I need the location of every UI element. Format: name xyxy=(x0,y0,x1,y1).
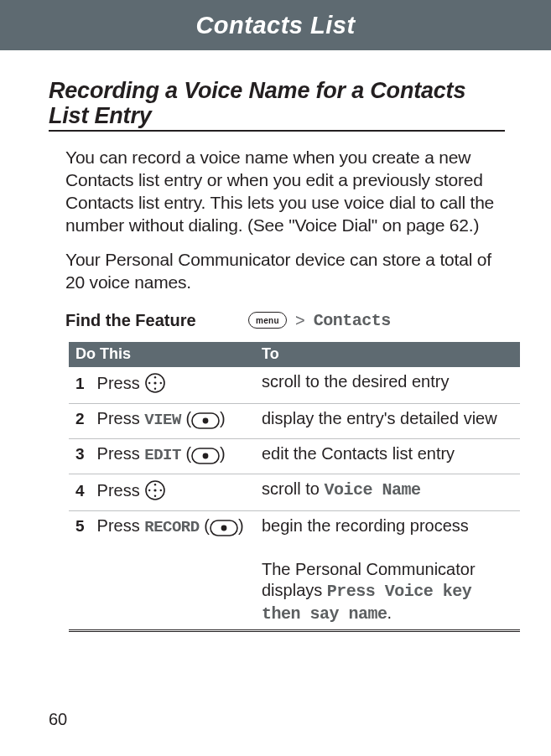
step-result: begin the recording process xyxy=(255,510,520,546)
menu-target: Contacts xyxy=(314,311,391,330)
table-row: 2 Press VIEW ( ) display the entry's det… xyxy=(69,403,520,438)
table-row: 5 Press RECORD ( ) begin the recording p… xyxy=(69,510,520,546)
step-result-mono: Voice Name xyxy=(324,480,420,500)
svg-point-5 xyxy=(160,381,162,383)
svg-point-1 xyxy=(154,381,157,384)
svg-point-14 xyxy=(148,489,150,490)
svg-point-13 xyxy=(154,495,156,496)
step-result: edit the Contacts list entry xyxy=(255,438,520,474)
step-footer-text: The Personal Communicator displays Press… xyxy=(262,559,513,625)
step-result: scroll to Voice Name xyxy=(255,474,520,510)
step-result-prefix: scroll to xyxy=(262,479,324,498)
step-action-prefix: Press xyxy=(97,516,145,535)
paragraph-2: Your Personal Communicator device can st… xyxy=(65,249,500,294)
table-row: The Personal Communicator displays Press… xyxy=(69,546,520,631)
step-number: 4 xyxy=(75,482,92,500)
softkey-label: EDIT xyxy=(144,446,181,464)
svg-point-4 xyxy=(148,381,150,383)
page-number: 60 xyxy=(49,710,67,729)
find-feature-row: Find the Feature menu > Contacts xyxy=(65,311,500,330)
svg-point-2 xyxy=(154,376,156,378)
table-row: 1 Press xyxy=(69,367,520,404)
svg-point-17 xyxy=(221,525,226,531)
page: Contacts List Recording a Voice Name for… xyxy=(0,0,551,756)
step-result: display the entry's detailed view xyxy=(255,403,520,438)
table-row: 4 Press xyxy=(69,474,520,510)
svg-point-15 xyxy=(160,489,162,490)
breadcrumb-separator: > xyxy=(295,311,305,330)
footer-period: . xyxy=(387,603,392,622)
content: Recording a Voice Name for a Contacts Li… xyxy=(0,50,551,632)
step-number: 3 xyxy=(75,445,92,463)
section-heading: Recording a Voice Name for a Contacts Li… xyxy=(49,79,505,132)
softkey-label: RECORD xyxy=(144,518,199,536)
steps-table: Do This To 1 Press xyxy=(69,342,520,633)
step-number: 2 xyxy=(75,410,92,428)
find-feature-label: Find the Feature xyxy=(65,311,248,330)
paragraph-1: You can record a voice name when you cre… xyxy=(65,147,500,237)
select-key-icon xyxy=(210,520,238,541)
body-text: You can record a voice name when you cre… xyxy=(49,147,505,632)
nav-key-icon xyxy=(144,479,166,505)
svg-point-11 xyxy=(154,489,157,491)
svg-point-9 xyxy=(203,453,209,458)
step-number: 5 xyxy=(75,517,92,536)
step-result: scroll to the desired entry xyxy=(255,367,520,404)
svg-point-12 xyxy=(154,484,156,485)
step-action-prefix: Press xyxy=(97,444,145,463)
step-number: 1 xyxy=(75,375,92,393)
step-action-prefix: Press xyxy=(97,374,145,392)
banner: Contacts List xyxy=(0,0,551,50)
step-action-prefix: Press xyxy=(97,481,145,500)
select-key-icon xyxy=(191,412,220,433)
svg-point-7 xyxy=(203,417,209,423)
select-key-icon xyxy=(191,448,220,469)
col-to: To xyxy=(255,342,520,367)
col-do: Do This xyxy=(69,342,255,367)
svg-point-3 xyxy=(154,387,156,389)
softkey-label: VIEW xyxy=(144,411,181,429)
step-action-prefix: Press xyxy=(97,409,145,427)
table-row: 3 Press EDIT ( ) edit the Contacts list … xyxy=(69,438,520,474)
nav-key-icon xyxy=(144,372,166,398)
find-feature-path: menu > Contacts xyxy=(248,311,391,330)
menu-button-icon: menu xyxy=(248,312,287,329)
